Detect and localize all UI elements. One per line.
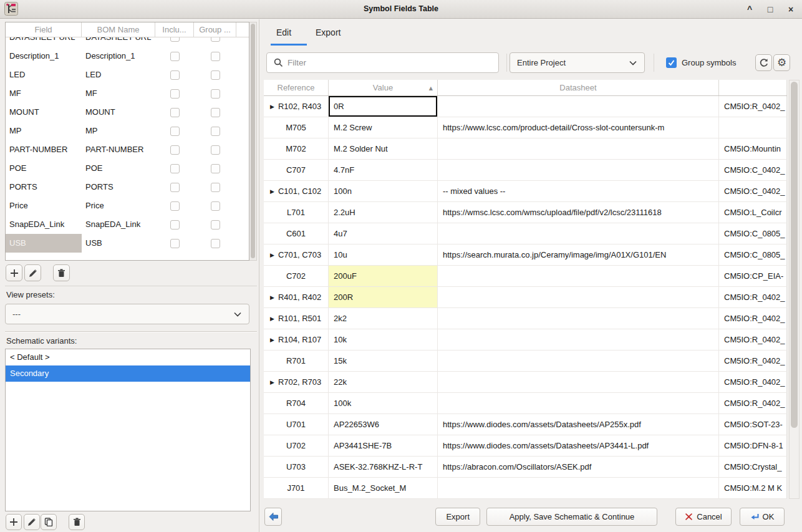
field-name-cell[interactable]: MF (6, 84, 82, 103)
include-checkbox[interactable] (170, 220, 180, 230)
reference-cell[interactable]: U702 (264, 435, 329, 456)
field-name-cell[interactable]: DATASHEET URL (6, 37, 82, 47)
table-row[interactable]: R704 100k CM5IO:R_0402_ (264, 393, 787, 414)
group-checkbox[interactable] (211, 239, 220, 248)
group-checkbox[interactable] (211, 37, 220, 42)
column-header-value[interactable]: Value ▲ (329, 80, 438, 95)
table-row[interactable]: R701 15k CM5IO:R_0402_ (264, 351, 787, 372)
refresh-button[interactable] (755, 54, 772, 71)
value-cell[interactable]: Bus_M.2_Socket_M (329, 478, 438, 498)
value-cell[interactable]: 22k (329, 372, 438, 392)
group-checkbox[interactable] (211, 164, 220, 173)
edit-variant-button[interactable] (24, 514, 40, 530)
scrollbar-thumb[interactable] (251, 24, 255, 258)
delete-field-button[interactable] (53, 264, 70, 281)
value-cell[interactable]: 4u7 (329, 223, 438, 244)
expand-arrow-icon[interactable]: ▶ (270, 316, 274, 322)
group-checkbox[interactable] (211, 183, 220, 192)
reference-cell[interactable]: C601 (264, 223, 329, 244)
datasheet-cell[interactable] (438, 138, 719, 159)
include-checkbox[interactable] (170, 108, 180, 117)
scope-dropdown[interactable]: Entire Project (510, 52, 645, 73)
table-row[interactable]: ▶ C701, C703 10u https://search.murata.c… (264, 244, 787, 266)
reference-cell[interactable]: M702 (264, 138, 329, 159)
column-header-footprint[interactable] (719, 80, 787, 95)
field-name-cell[interactable]: USB (6, 234, 82, 253)
minimize-button[interactable]: ^ (745, 3, 755, 16)
reference-cell[interactable]: ▶ C701, C703 (264, 244, 329, 265)
table-scrollbar[interactable] (789, 80, 800, 499)
field-row[interactable]: SnapEDA_Link SnapEDA_Link (6, 215, 249, 234)
bom-name-cell[interactable]: SnapEDA_Link (82, 215, 155, 234)
settings-button[interactable]: ⚙ (773, 54, 790, 71)
footprint-cell[interactable]: CM5IO:M.2 M K (719, 478, 787, 498)
reference-cell[interactable]: M705 (264, 117, 329, 138)
group-checkbox[interactable] (211, 127, 220, 136)
field-row[interactable]: USB USB (6, 234, 249, 253)
export-button[interactable]: Export (435, 508, 480, 526)
value-cell[interactable]: M.2 Screw (329, 117, 438, 138)
footprint-cell[interactable]: CM5IO:DFN-8-1 (719, 435, 787, 456)
footprint-cell[interactable]: CM5IO:R_0402_ (719, 372, 787, 392)
field-name-cell[interactable]: LED (6, 65, 82, 84)
column-header-group[interactable]: Group ... (194, 22, 236, 37)
table-row[interactable]: ▶ R102, R403 0R CM5IO:R_0402_ (264, 96, 787, 117)
table-row[interactable]: U702 AP3441SHE-7B https://www.diodes.com… (264, 435, 787, 457)
datasheet-cell[interactable] (438, 351, 719, 371)
value-cell[interactable]: 10k (329, 329, 438, 350)
datasheet-cell[interactable]: -- mixed values -- (438, 181, 719, 201)
expand-arrow-icon[interactable]: ▶ (270, 104, 274, 110)
table-row[interactable]: U703 ASEK-32.768KHZ-L-R-T https://abraco… (264, 457, 787, 478)
column-header-datasheet[interactable]: Datasheet (438, 80, 719, 95)
table-row[interactable]: C707 4.7nF CM5IO:C_0402_ (264, 160, 787, 181)
field-name-cell[interactable]: MOUNT (6, 103, 82, 122)
field-name-cell[interactable]: PART-NUMBER (6, 140, 82, 159)
value-cell[interactable]: 200R (329, 287, 438, 307)
include-checkbox[interactable] (170, 70, 180, 80)
field-row[interactable]: POE POE (6, 159, 249, 178)
expand-arrow-icon[interactable]: ▶ (270, 379, 274, 385)
include-checkbox[interactable] (170, 145, 180, 155)
include-checkbox[interactable] (170, 89, 180, 99)
reference-cell[interactable]: ▶ R401, R402 (264, 287, 329, 307)
field-name-cell[interactable]: PORTS (6, 178, 82, 196)
maximize-button[interactable]: □ (765, 3, 775, 16)
reference-cell[interactable]: U701 (264, 414, 329, 435)
table-row[interactable]: ▶ R401, R402 200R CM5IO:R_0402_ (264, 287, 787, 308)
cancel-button[interactable]: Cancel (675, 508, 732, 526)
field-row[interactable]: MP MP (6, 122, 249, 140)
add-field-button[interactable] (6, 264, 22, 281)
footprint-cell[interactable]: CM5IO:CP_EIA- (719, 266, 787, 286)
reference-cell[interactable]: U703 (264, 457, 329, 477)
reference-cell[interactable]: ▶ C101, C102 (264, 181, 329, 201)
footprint-cell[interactable]: CM5IO:R_0402_ (719, 329, 787, 350)
table-row[interactable]: ▶ R101, R501 2k2 CM5IO:R_0402_ (264, 308, 787, 329)
datasheet-cell[interactable] (438, 287, 719, 307)
field-row[interactable]: PORTS PORTS (6, 178, 249, 196)
group-checkbox[interactable] (211, 220, 220, 230)
include-checkbox[interactable] (170, 52, 180, 61)
bom-name-cell[interactable]: MOUNT (82, 103, 155, 122)
datasheet-cell[interactable] (438, 308, 719, 329)
datasheet-cell[interactable] (438, 372, 719, 392)
reference-cell[interactable]: C707 (264, 160, 329, 180)
footprint-cell[interactable]: CM5IO:C_0805_ (719, 223, 787, 244)
footprint-cell[interactable]: CM5IO:SOT-23- (719, 414, 787, 435)
field-row[interactable]: LED LED (6, 65, 249, 84)
footprint-cell[interactable] (719, 117, 787, 138)
bom-name-cell[interactable]: PORTS (82, 178, 155, 196)
edit-field-button[interactable] (24, 264, 41, 281)
value-cell[interactable]: 100n (329, 181, 438, 201)
delete-variant-button[interactable] (69, 514, 85, 530)
group-checkbox[interactable] (211, 145, 220, 155)
expand-arrow-icon[interactable]: ▶ (270, 188, 274, 195)
field-row[interactable]: MF MF (6, 84, 249, 103)
table-row[interactable]: M705 M.2 Screw https://www.lcsc.com/prod… (264, 117, 787, 138)
expand-arrow-icon[interactable]: ▶ (270, 337, 274, 343)
field-name-cell[interactable]: Price (6, 196, 82, 215)
reference-cell[interactable]: ▶ R102, R403 (264, 96, 329, 117)
footprint-cell[interactable]: CM5IO:L_Coilcr (719, 202, 787, 223)
value-cell[interactable]: 100k (329, 393, 438, 414)
field-row[interactable]: Description_1 Description_1 (6, 47, 249, 65)
footprint-cell[interactable]: CM5IO:R_0402_ (719, 351, 787, 371)
